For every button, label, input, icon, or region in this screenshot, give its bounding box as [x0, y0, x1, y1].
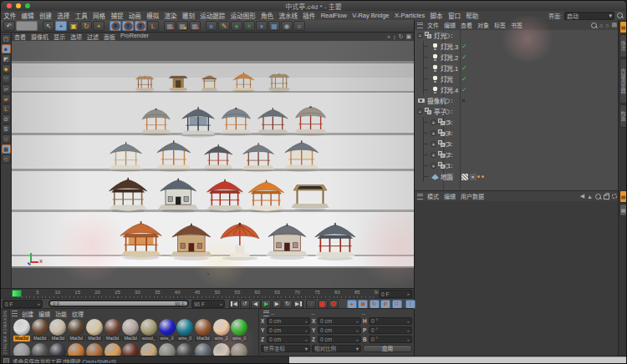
key-pla-toggle[interactable]: ∷	[392, 300, 402, 309]
material-Mat3d-5[interactable]: Mat3d	[104, 319, 121, 341]
tag-dot-icon[interactable]	[482, 175, 484, 178]
keying-settings-button[interactable]: ⋮	[405, 300, 415, 309]
search-icon[interactable]	[595, 194, 601, 200]
material-sphere-row2[interactable]	[122, 343, 139, 356]
object-row-4[interactable]: +4:	[415, 128, 619, 139]
material-sphere-row2[interactable]	[68, 343, 84, 356]
search-icon[interactable]	[591, 23, 597, 28]
goto-end-button[interactable]: ▶	[293, 300, 303, 309]
spline-pen-button[interactable]: ✎	[218, 21, 230, 31]
menu-item-渲染[interactable]: 渲染	[161, 11, 179, 20]
menu-item-运动图形[interactable]: 运动图形	[228, 11, 258, 20]
material-sphere[interactable]	[195, 319, 212, 336]
model-table[interactable]	[290, 177, 330, 212]
menu-item-窗口[interactable]: 窗口	[446, 11, 463, 20]
render-view-button[interactable]: ▦	[164, 21, 176, 31]
workplane-snap-button[interactable]: ▦	[2, 144, 11, 154]
panel-menu-icon[interactable]	[263, 311, 269, 316]
visibility-dots[interactable]: :	[445, 119, 460, 126]
model-umbrella[interactable]	[217, 222, 263, 261]
light-button[interactable]: ○	[293, 21, 305, 31]
tag-dot-icon[interactable]	[477, 175, 480, 178]
coord-field-X[interactable]: 0 cm▸	[318, 317, 361, 325]
menu-item-标签[interactable]: 标签	[492, 21, 508, 29]
zoom-view-icon[interactable]: ↕	[393, 34, 396, 40]
material-sphere-row2[interactable]	[195, 343, 212, 356]
attribute-tab[interactable]: ▤	[619, 190, 627, 203]
render-to-picture-viewer-button[interactable]: ▦	[176, 21, 188, 31]
model-hex[interactable]	[313, 222, 358, 261]
menu-item-X-Particles[interactable]: X-Particles	[392, 12, 428, 19]
menu-item-面板[interactable]: 面板	[101, 33, 118, 41]
make-editable-button[interactable]: ▢	[2, 34, 11, 43]
menu-item-查看[interactable]: 查看	[12, 33, 28, 41]
material-sphere[interactable]	[213, 319, 230, 336]
model-hex[interactable]	[205, 179, 245, 214]
material-wire_0-12[interactable]: wire_0	[231, 319, 247, 341]
material-sphere[interactable]	[32, 319, 48, 336]
lock-z-axis-button[interactable]: Z	[135, 21, 146, 31]
enabled-check-icon[interactable]: ✓	[461, 86, 467, 94]
record-keyframe-button[interactable]	[318, 300, 328, 309]
material-sphere[interactable]	[49, 319, 66, 336]
keyframe-selection-button[interactable]: ∕	[306, 300, 316, 309]
menu-item-RealFlow[interactable]: RealFlow	[319, 12, 350, 19]
move-tool-button[interactable]: +	[55, 21, 67, 31]
coord-field-P[interactable]: 0 °▸	[369, 326, 412, 334]
side-tab-构造[interactable]: 构造	[619, 104, 627, 128]
menu-item-网格[interactable]: 网格	[90, 11, 108, 20]
model-pavilion[interactable]	[241, 142, 276, 173]
filter-icon[interactable]: ○	[605, 23, 609, 28]
menu-item-编辑[interactable]: 编辑	[441, 192, 458, 200]
tool-history-button[interactable]	[16, 21, 38, 31]
menu-item-工具[interactable]: 工具	[73, 11, 90, 20]
texture-mode-button[interactable]: ◩	[2, 54, 11, 63]
viewport-canvas[interactable]: X	[12, 41, 414, 288]
enabled-check-icon[interactable]: ✓	[461, 43, 467, 50]
side-tab-内容浏览器[interactable]: 内容浏览器	[619, 58, 627, 104]
material-sphere-row2[interactable]	[176, 343, 193, 356]
object-row-亭子[interactable]: −亭子:	[415, 106, 619, 117]
coord-dropdown-世界坐标[interactable]: 世界坐标▾	[261, 345, 310, 352]
object-row-灯光.1[interactable]: 灯光.1:✓	[415, 63, 619, 73]
model-gazebo[interactable]	[267, 71, 292, 93]
material-sphere-row2[interactable]	[13, 343, 30, 356]
live-selection-button[interactable]: ↖	[43, 21, 54, 31]
menu-item-书签[interactable]: 书签	[508, 21, 525, 29]
menu-item-编辑[interactable]: 编辑	[441, 21, 458, 29]
coord-field-Z[interactable]: 0 cm▸	[318, 336, 361, 343]
play-backwards-button[interactable]: ↺	[240, 300, 250, 309]
camera-button[interactable]: ◉	[281, 21, 293, 31]
enabled-check-icon[interactable]: ✓	[461, 64, 467, 72]
playhead[interactable]	[12, 290, 22, 297]
menu-item-动画[interactable]: 动画	[126, 11, 144, 20]
menu-item-V-Ray Bridge[interactable]: V-Ray Bridge	[349, 12, 392, 19]
menu-item-摄像机[interactable]: 摄像机	[28, 33, 51, 41]
extra-mode-button[interactable]: ◇	[2, 154, 11, 164]
rotate-tool-button[interactable]: ↻	[80, 21, 92, 31]
model-pavilion[interactable]	[202, 144, 234, 172]
visibility-dots[interactable]: :	[445, 163, 460, 169]
menu-item-创建[interactable]: 创建	[19, 310, 36, 318]
home-icon[interactable]: ⌂	[599, 23, 603, 28]
visibility-dots[interactable]: :	[445, 76, 460, 83]
play-forwards-button[interactable]: ▶	[261, 300, 271, 309]
pan-view-icon[interactable]: +	[387, 34, 390, 40]
object-row-2[interactable]: +2:	[415, 149, 619, 160]
menu-item-文件[interactable]: 文件	[425, 21, 441, 29]
material-sphere[interactable]	[159, 319, 176, 336]
texture-tag-icon[interactable]	[461, 174, 468, 180]
side-tab-场次[interactable]: 场次	[619, 34, 627, 58]
visibility-dots[interactable]: :	[445, 54, 460, 61]
key-scale-toggle[interactable]: ▣	[358, 300, 368, 309]
material-sphere[interactable]	[13, 319, 30, 336]
panel-menu-icon[interactable]	[417, 23, 423, 28]
coord-field-Y[interactable]: 0 cm▸	[318, 326, 361, 334]
snap-button[interactable]: S	[2, 124, 11, 134]
menu-item-功能[interactable]: 功能	[53, 310, 69, 318]
lock-icon[interactable]	[604, 195, 609, 200]
enable-axis-button[interactable]: L	[2, 104, 11, 114]
menu-item-编辑[interactable]: 编辑	[36, 310, 53, 318]
volume-button[interactable]: ●	[256, 21, 268, 31]
lock-y-axis-button[interactable]: Y	[122, 21, 134, 31]
